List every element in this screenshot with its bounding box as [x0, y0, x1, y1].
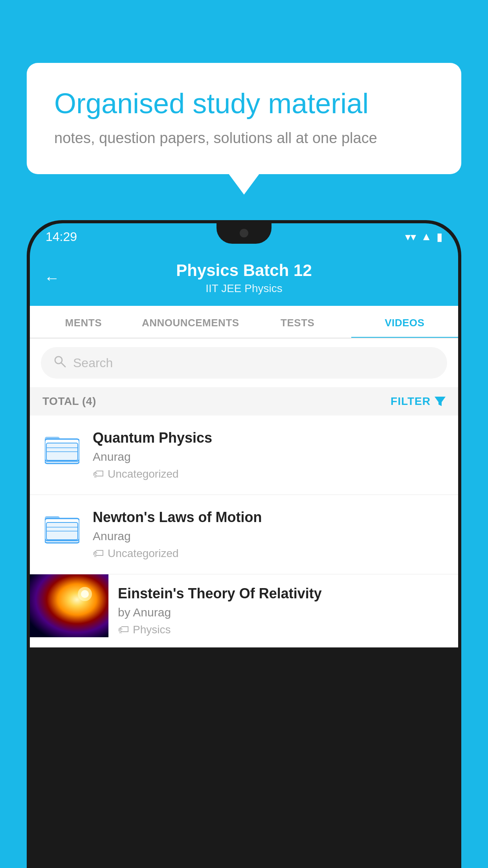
- video-tag: 🏷 Uncategorized: [93, 547, 446, 560]
- search-icon: [53, 354, 67, 371]
- search-input[interactable]: Search: [73, 356, 435, 370]
- bubble-subtitle: notes, question papers, solutions all at…: [54, 130, 434, 147]
- back-arrow[interactable]: ←: [44, 269, 60, 287]
- svg-rect-15: [30, 574, 108, 637]
- tab-bar: MENTS ANNOUNCEMENTS TESTS VIDEOS: [30, 306, 458, 338]
- header-subtitle: IIT JEE Physics: [46, 282, 442, 295]
- battery-icon: ▮: [437, 230, 442, 243]
- header-title: Physics Batch 12: [46, 261, 442, 280]
- video-author: Anurag: [93, 450, 446, 463]
- video-info: Einstein's Theory Of Relativity by Anura…: [108, 574, 458, 647]
- status-icons: ▾▾ ▲ ▮: [405, 230, 442, 243]
- folder-thumbnail: [42, 509, 82, 548]
- svg-line-1: [61, 363, 65, 367]
- list-item[interactable]: Einstein's Theory Of Relativity by Anura…: [30, 574, 458, 647]
- filter-button[interactable]: FILTER: [391, 395, 446, 408]
- svg-point-17: [81, 590, 89, 598]
- search-wrapper[interactable]: Search: [41, 347, 447, 379]
- video-author: by Anurag: [118, 606, 449, 619]
- video-list: Quantum Physics Anurag 🏷 Uncategorized: [30, 416, 458, 647]
- status-bar: 14:29 ▾▾ ▲ ▮: [30, 223, 458, 250]
- speech-bubble: Organised study material notes, question…: [27, 63, 461, 174]
- video-tag: 🏷 Physics: [118, 623, 449, 636]
- total-count: TOTAL (4): [42, 395, 96, 408]
- phone-screen: 14:29 ▾▾ ▲ ▮ ← Physics Batch 12 IIT JEE …: [30, 223, 458, 865]
- tag-icon: 🏷: [93, 547, 104, 560]
- signal-icon: ▲: [421, 230, 432, 243]
- tag-icon: 🏷: [93, 467, 104, 480]
- svg-marker-2: [435, 397, 446, 406]
- folder-thumbnail: [42, 430, 82, 469]
- video-title: Quantum Physics: [93, 430, 446, 446]
- tab-announcements[interactable]: ANNOUNCEMENTS: [137, 306, 244, 338]
- video-info: Quantum Physics Anurag 🏷 Uncategorized: [93, 430, 446, 480]
- video-title: Newton's Laws of Motion: [93, 509, 446, 526]
- bubble-title: Organised study material: [54, 86, 434, 120]
- camera: [240, 229, 248, 237]
- phone-frame: 14:29 ▾▾ ▲ ▮ ← Physics Batch 12 IIT JEE …: [27, 220, 461, 868]
- list-item[interactable]: Newton's Laws of Motion Anurag 🏷 Uncateg…: [30, 495, 458, 574]
- video-title: Einstein's Theory Of Relativity: [118, 585, 449, 602]
- notch: [216, 223, 272, 244]
- filter-icon: [435, 397, 446, 406]
- status-time: 14:29: [46, 230, 77, 244]
- tab-ments[interactable]: MENTS: [30, 306, 137, 338]
- app-header: ← Physics Batch 12 IIT JEE Physics: [30, 250, 458, 306]
- tab-tests[interactable]: TESTS: [244, 306, 351, 338]
- video-author: Anurag: [93, 530, 446, 543]
- video-thumbnail: [30, 574, 108, 637]
- search-container: Search: [30, 338, 458, 387]
- tab-videos[interactable]: VIDEOS: [351, 306, 459, 338]
- filter-row: TOTAL (4) FILTER: [30, 387, 458, 416]
- folder-icon: [45, 513, 79, 544]
- wifi-icon: ▾▾: [405, 230, 416, 243]
- tag-icon: 🏷: [118, 623, 129, 636]
- thumbnail-bg: [30, 574, 108, 637]
- video-info: Newton's Laws of Motion Anurag 🏷 Uncateg…: [93, 509, 446, 560]
- video-tag: 🏷 Uncategorized: [93, 467, 446, 480]
- folder-icon: [45, 434, 79, 465]
- list-item[interactable]: Quantum Physics Anurag 🏷 Uncategorized: [30, 416, 458, 495]
